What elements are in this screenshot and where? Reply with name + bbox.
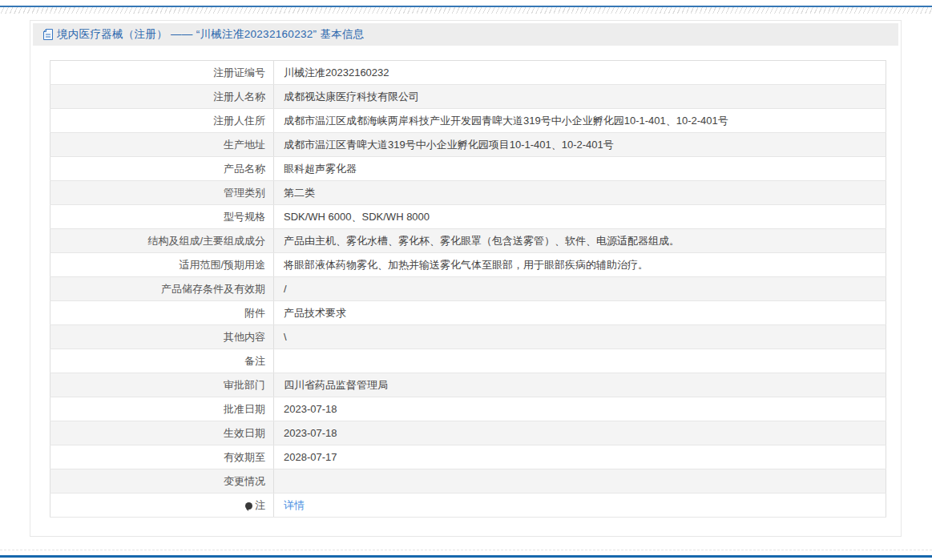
row-label: 备注 — [50, 349, 274, 373]
table-row: 变更情况 — [50, 469, 886, 494]
table-row: 产品名称眼科超声雾化器 — [50, 157, 886, 181]
row-value: 四川省药品监督管理局 — [274, 373, 886, 397]
registration-info-panel: 境内医疗器械（注册） —— “川械注准20232160232” 基本信息 注册证… — [30, 20, 902, 537]
table-row: 型号规格SDK/WH 6000、SDK/WH 8000 — [50, 205, 886, 229]
top-hatch-band — [0, 7, 932, 14]
row-value: 第二类 — [274, 181, 886, 205]
row-value: 成都市温江区青啤大道319号中小企业孵化园项目10-1-401、10-2-401… — [274, 133, 886, 157]
table-row: 注详情 — [50, 494, 886, 518]
page-title: 境内医疗器械（注册） —— “川械注准20232160232” 基本信息 — [57, 27, 365, 42]
row-value: 将眼部液体药物雾化、加热并输送雾化气体至眼部，用于眼部疾病的辅助治疗。 — [274, 253, 886, 277]
row-label: 批准日期 — [50, 397, 274, 421]
row-label: 适用范围/预期用途 — [50, 253, 274, 277]
row-label: 生产地址 — [50, 133, 274, 157]
row-value: 川械注准20232160232 — [274, 61, 886, 85]
footer-accent-bar — [0, 555, 932, 558]
row-value: 2028-07-17 — [274, 445, 886, 469]
row-value: / — [274, 277, 886, 301]
row-value: 2023-07-18 — [274, 397, 886, 421]
row-value: 成都视达康医疗科技有限公司 — [274, 85, 886, 109]
row-label: 注册人名称 — [50, 85, 274, 109]
row-label: 生效日期 — [50, 421, 274, 445]
table-row: 产品储存条件及有效期/ — [50, 277, 886, 301]
row-label: 注册人住所 — [50, 109, 274, 133]
table-row: 注册人住所成都市温江区成都海峡两岸科技产业开发园青啤大道319号中小企业孵化园1… — [50, 109, 886, 133]
row-value: 产品由主机、雾化水槽、雾化杯、雾化眼罩（包含送雾管）、软件、电源适配器组成。 — [274, 229, 886, 253]
table-wrap: 注册证编号川械注准20232160232注册人名称成都视达康医疗科技有限公司注册… — [33, 46, 898, 527]
comment-note-icon — [245, 502, 252, 510]
title-bar: 境内医疗器械（注册） —— “川械注准20232160232” 基本信息 — [33, 23, 898, 46]
document-icon — [43, 29, 53, 40]
row-label: 注 — [50, 494, 274, 518]
row-value — [274, 469, 886, 494]
table-row: 审批部门四川省药品监督管理局 — [50, 373, 886, 397]
row-label: 有效期至 — [50, 445, 274, 469]
table-row: 其他内容\ — [50, 325, 886, 349]
table-row: 有效期至2028-07-17 — [50, 445, 886, 469]
row-label: 结构及组成/主要组成成分 — [50, 229, 274, 253]
row-value: SDK/WH 6000、SDK/WH 8000 — [274, 205, 886, 229]
row-value: 详情 — [274, 494, 886, 518]
row-value: 成都市温江区成都海峡两岸科技产业开发园青啤大道319号中小企业孵化园10-1-4… — [274, 109, 886, 133]
row-value — [274, 349, 886, 373]
table-row: 注册证编号川械注准20232160232 — [50, 61, 886, 85]
detail-link[interactable]: 详情 — [284, 499, 305, 511]
row-label: 注册证编号 — [50, 61, 274, 85]
footer-dashed-line — [0, 550, 932, 550]
row-label: 附件 — [50, 301, 274, 325]
table-row: 生产地址成都市温江区青啤大道319号中小企业孵化园项目10-1-401、10-2… — [50, 133, 886, 157]
registration-info-table: 注册证编号川械注准20232160232注册人名称成都视达康医疗科技有限公司注册… — [50, 60, 886, 518]
row-label: 审批部门 — [50, 373, 274, 397]
table-row: 注册人名称成都视达康医疗科技有限公司 — [50, 85, 886, 109]
row-label: 管理类别 — [50, 181, 274, 205]
info-table-body: 注册证编号川械注准20232160232注册人名称成都视达康医疗科技有限公司注册… — [50, 61, 886, 518]
table-row: 管理类别第二类 — [50, 181, 886, 205]
row-value: 产品技术要求 — [274, 301, 886, 325]
row-label: 变更情况 — [50, 469, 274, 494]
row-label: 产品储存条件及有效期 — [50, 277, 274, 301]
table-row: 适用范围/预期用途将眼部液体药物雾化、加热并输送雾化气体至眼部，用于眼部疾病的辅… — [50, 253, 886, 277]
row-label: 型号规格 — [50, 205, 274, 229]
table-row: 附件产品技术要求 — [50, 301, 886, 325]
table-row: 结构及组成/主要组成成分产品由主机、雾化水槽、雾化杯、雾化眼罩（包含送雾管）、软… — [50, 229, 886, 253]
row-value: \ — [274, 325, 886, 349]
table-row: 备注 — [50, 349, 886, 373]
table-row: 批准日期2023-07-18 — [50, 397, 886, 421]
table-row: 生效日期2023-07-18 — [50, 421, 886, 445]
row-value: 眼科超声雾化器 — [274, 157, 886, 181]
row-label: 其他内容 — [50, 325, 274, 349]
row-value: 2023-07-18 — [274, 421, 886, 445]
row-label: 产品名称 — [50, 157, 274, 181]
